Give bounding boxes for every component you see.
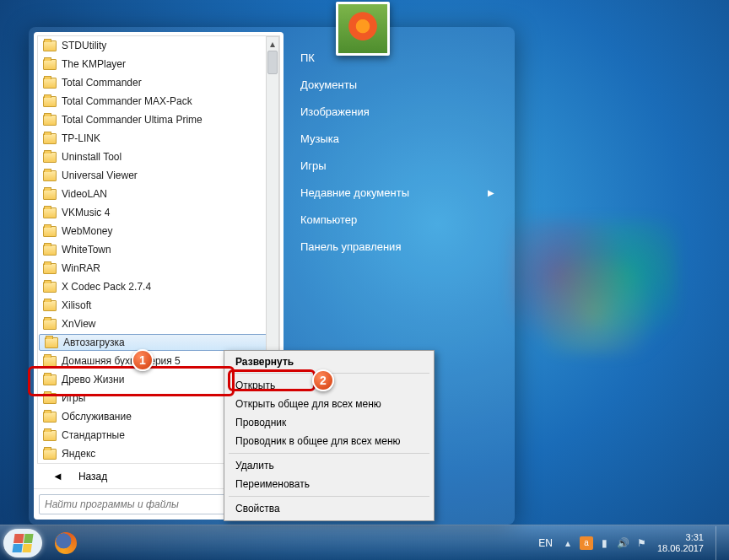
context-menu-separator: [229, 453, 429, 454]
taskbar-clock[interactable]: 3:31 18.06.2017: [657, 532, 704, 553]
firefox-icon: [55, 532, 77, 554]
tray-chevron-up-icon[interactable]: ▴: [561, 536, 575, 550]
taskbar-firefox[interactable]: [46, 529, 86, 557]
program-label: WebMoney: [62, 225, 112, 237]
taskbar: EN ▴ a ▮ 🔊 ⚑ 3:31 18.06.2017: [0, 525, 729, 560]
folder-icon: [43, 374, 57, 385]
start-menu-link-label: Недавние документы: [300, 186, 409, 199]
start-menu-link[interactable]: Панель управления: [299, 233, 501, 260]
program-folder-item[interactable]: The KMPlayer: [38, 55, 279, 73]
folder-icon: [43, 40, 57, 51]
program-label: WinRAR: [62, 262, 100, 274]
context-menu-item[interactable]: Переименовать: [227, 475, 431, 493]
tray-network-icon[interactable]: ▮: [598, 536, 612, 550]
folder-icon: [43, 78, 57, 89]
program-folder-item[interactable]: TP-LINK: [38, 129, 279, 148]
program-label: STDUtility: [62, 40, 106, 51]
language-indicator[interactable]: EN: [538, 537, 553, 549]
start-menu-link[interactable]: Компьютер: [299, 206, 501, 233]
program-folder-item[interactable]: Total Commander: [38, 73, 279, 92]
scroll-up-icon[interactable]: ▴: [267, 37, 278, 51]
program-label: Стандартные: [62, 429, 125, 441]
program-label: Автозагрузка: [63, 337, 125, 348]
start-menu-link-label: Документы: [300, 78, 357, 91]
program-folder-item[interactable]: WinRAR: [38, 259, 279, 277]
start-menu-link-label: ПК: [300, 51, 315, 64]
program-label: TP-LINK: [62, 132, 100, 144]
chevron-right-icon: ▶: [488, 188, 494, 197]
folder-icon: [43, 152, 57, 163]
start-menu-link-label: Изображения: [300, 105, 370, 118]
annotation-badge-1: 1: [132, 349, 154, 371]
user-picture-frame[interactable]: [336, 2, 390, 56]
folder-icon: [43, 356, 57, 367]
program-label: Total Commander MAX-Pack: [62, 95, 192, 107]
start-menu-link[interactable]: Изображения: [299, 98, 501, 125]
start-button[interactable]: [3, 529, 42, 557]
program-label: WhiteTown: [62, 244, 111, 256]
program-folder-item[interactable]: Total Commander MAX-Pack: [38, 92, 279, 110]
back-label: Назад: [78, 471, 107, 482]
clock-time: 3:31: [657, 532, 704, 543]
program-label: Total Commander Ultima Prime: [62, 114, 202, 126]
tray-volume-icon[interactable]: 🔊: [617, 536, 630, 550]
program-folder-item[interactable]: VideoLAN: [38, 185, 279, 203]
show-desktop-button[interactable]: [716, 526, 726, 560]
program-folder-item[interactable]: WebMoney: [38, 222, 279, 240]
folder-icon: [43, 412, 57, 423]
program-label: VideoLAN: [62, 188, 107, 200]
program-folder-item[interactable]: XnView: [38, 315, 279, 333]
program-folder-item[interactable]: WhiteTown: [38, 240, 279, 259]
folder-icon: [43, 226, 57, 237]
start-menu-link[interactable]: Игры: [299, 152, 501, 179]
folder-icon: [43, 245, 57, 256]
start-menu-link[interactable]: Недавние документы▶: [299, 179, 501, 206]
program-folder-item[interactable]: X Codec Pack 2.7.4: [38, 277, 279, 296]
folder-icon: [43, 59, 57, 70]
program-folder-item[interactable]: Xilisoft: [38, 296, 279, 315]
folder-icon: [43, 282, 57, 293]
context-menu-item[interactable]: Открыть общее для всех меню: [227, 395, 431, 413]
program-folder-item[interactable]: Total Commander Ultima Prime: [38, 110, 279, 129]
folder-icon: [43, 319, 57, 330]
context-menu-item[interactable]: Проводник в общее для всех меню: [227, 432, 431, 450]
folder-icon: [43, 96, 57, 107]
program-label: Universal Viewer: [62, 170, 138, 181]
tray-flag-icon[interactable]: ⚑: [635, 536, 649, 550]
program-label: Игры: [62, 392, 85, 404]
back-arrow-icon: ◄: [52, 470, 63, 482]
program-label: Total Commander: [62, 77, 142, 89]
program-label: VKMusic 4: [62, 207, 110, 218]
start-menu-link-label: Игры: [300, 159, 327, 172]
program-folder-item[interactable]: Uninstall Tool: [38, 148, 279, 166]
clock-date: 18.06.2017: [657, 543, 704, 554]
program-folder-item[interactable]: Автозагрузка: [39, 334, 278, 351]
context-menu-item[interactable]: Удалить: [227, 456, 431, 475]
tray-app-icon[interactable]: a: [580, 536, 593, 550]
program-label: Яндекс: [62, 448, 95, 460]
program-folder-item[interactable]: Universal Viewer: [38, 166, 279, 185]
start-menu-link[interactable]: Документы: [299, 71, 501, 98]
folder-icon: [43, 263, 57, 274]
program-folder-item[interactable]: STDUtility: [38, 36, 279, 55]
context-menu-header[interactable]: Развернуть: [227, 353, 431, 370]
program-folder-item[interactable]: VKMusic 4: [38, 203, 279, 222]
start-menu-link[interactable]: ПК: [299, 44, 501, 71]
context-menu-item[interactable]: Проводник: [227, 413, 431, 432]
folder-icon: [45, 337, 58, 348]
scroll-thumb[interactable]: [267, 51, 278, 74]
start-menu-link-label: Компьютер: [300, 213, 357, 226]
start-menu-link-label: Музыка: [300, 132, 339, 145]
folder-icon: [43, 115, 57, 126]
context-menu-item[interactable]: Свойства: [227, 499, 431, 518]
system-tray: EN ▴ a ▮ 🔊 ⚑ 3:31 18.06.2017: [538, 526, 726, 560]
program-label: Uninstall Tool: [62, 151, 122, 163]
start-menu-link[interactable]: Музыка: [299, 125, 501, 152]
folder-icon: [43, 189, 57, 200]
program-label: XnView: [62, 318, 95, 330]
user-picture-icon: [338, 4, 387, 53]
folder-icon: [43, 133, 57, 144]
folder-icon: [43, 300, 57, 311]
folder-icon: [43, 430, 57, 441]
program-label: Xilisoft: [62, 299, 91, 311]
